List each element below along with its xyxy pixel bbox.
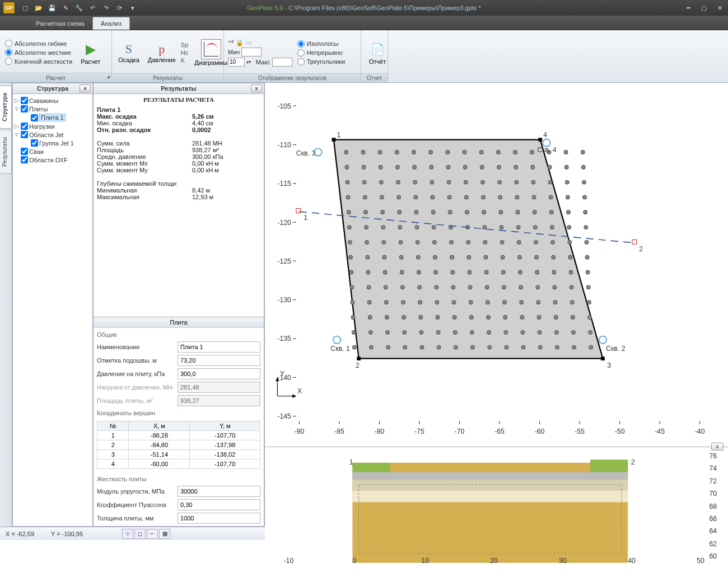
svg-point-47 [463, 151, 466, 154]
svg-text:Скв. 3: Скв. 3 [296, 149, 316, 157]
svg-point-236 [370, 345, 374, 349]
close-section-button[interactable]: x [711, 443, 724, 450]
coord-table[interactable]: №X, мY, м 1-88,28-107,702-84,80-137,983-… [97, 421, 260, 469]
radio-isopoly[interactable]: Изополосы [297, 40, 346, 48]
svg-rect-264 [538, 138, 542, 142]
snap1-button[interactable]: ⊹ [122, 529, 133, 539]
svg-point-130 [348, 241, 352, 245]
osadka-button[interactable]: SОсадка [115, 41, 143, 64]
svg-point-116 [365, 226, 368, 229]
minimize-button[interactable]: ━ [683, 4, 694, 12]
svg-point-44 [412, 151, 416, 154]
svg-point-104 [414, 210, 418, 214]
svg-point-181 [451, 285, 455, 289]
svg-text:Скв. 1: Скв. 1 [330, 345, 350, 353]
svg-point-189 [586, 285, 590, 289]
radio-cont[interactable]: Непрерывно [297, 49, 346, 57]
svg-point-196 [452, 301, 456, 304]
save-icon[interactable]: 💾 [48, 3, 57, 12]
svg-point-170 [519, 270, 522, 274]
svg-point-174 [586, 270, 590, 274]
snap4-button[interactable]: ▦ [159, 529, 170, 539]
svg-rect-282 [352, 491, 628, 502]
sidetab-struct[interactable]: Структура [0, 86, 12, 129]
snap3-button[interactable]: ⌐ [147, 529, 158, 539]
close-button[interactable]: ✕ [714, 4, 725, 12]
svg-point-158 [568, 255, 572, 259]
chevron-down-icon[interactable]: ▾ [128, 3, 137, 12]
zoom-in-icon[interactable]: ⁺⁰ [228, 39, 234, 46]
svg-point-117 [381, 226, 385, 229]
undo-icon[interactable]: ↶ [88, 3, 97, 12]
redo-icon[interactable]: ↷ [101, 3, 110, 12]
small-buttons[interactable]: SpНсK [181, 41, 188, 64]
svg-text:-85: -85 [334, 428, 344, 435]
spin-input[interactable] [228, 58, 245, 67]
svg-point-133 [399, 241, 403, 245]
e-input[interactable] [178, 486, 260, 497]
new-icon[interactable]: ▢ [21, 3, 30, 12]
snap2-button[interactable]: ◻ [134, 529, 146, 539]
svg-point-142 [551, 241, 555, 245]
calc-button[interactable]: ▶ Расчет [76, 39, 105, 66]
svg-text:2: 2 [356, 362, 360, 369]
svg-point-231 [538, 330, 542, 334]
svg-text:-130: -130 [277, 296, 291, 304]
press-input[interactable] [178, 368, 260, 379]
report-button[interactable]: 📄 Отчёт [364, 39, 391, 66]
radio-rigid[interactable]: Абсолютно жесткие [5, 49, 72, 56]
svg-point-54 [581, 151, 585, 154]
name-input[interactable] [178, 341, 260, 353]
clip-icon[interactable]: ▭ [246, 39, 251, 46]
svg-text:-45: -45 [655, 428, 665, 435]
max-input[interactable] [272, 58, 292, 67]
svg-point-198 [486, 301, 490, 304]
refresh-icon[interactable]: ⟳ [115, 3, 124, 12]
tree-plate1[interactable]: Плита 1 [39, 114, 66, 121]
section-view[interactable]: x 1 2 -1001020304050 767472706866646260 [265, 447, 728, 558]
radio-flexible[interactable]: Абсолютно гибкие [5, 40, 72, 47]
t-input[interactable] [178, 513, 260, 524]
svg-point-100 [347, 210, 351, 214]
nu-input[interactable] [178, 499, 260, 510]
min-input[interactable] [241, 48, 262, 57]
svg-point-215 [520, 316, 524, 320]
svg-point-119 [415, 226, 419, 229]
svg-point-223 [403, 330, 407, 334]
svg-point-82 [548, 180, 552, 184]
svg-point-89 [414, 195, 418, 199]
svg-point-115 [348, 226, 352, 229]
svg-point-86 [363, 195, 367, 199]
elev-input[interactable] [178, 355, 260, 366]
svg-point-185 [519, 285, 523, 289]
sidetab-results[interactable]: Результаты [0, 130, 12, 174]
area-input [178, 395, 260, 406]
tab-scheme[interactable]: Расчетная схема [28, 17, 92, 30]
svg-text:1: 1 [337, 131, 341, 139]
svg-text:4: 4 [543, 131, 547, 139]
lock-icon[interactable]: 🔒 [236, 39, 244, 46]
svg-point-186 [536, 285, 540, 289]
radio-tri[interactable]: Треугольники [297, 58, 346, 65]
svg-text:-105: -105 [277, 102, 291, 110]
svg-point-80 [515, 180, 519, 184]
plate-shape[interactable] [334, 140, 603, 359]
close-results-button[interactable]: x [251, 85, 262, 92]
pressure-button[interactable]: рДавление [144, 41, 179, 64]
plan-view[interactable]: -105-110-115-120-125-130-135-140-145 -90… [265, 83, 728, 447]
structure-tree[interactable]: ▷Скважины ▿Плиты Плита 1 ▷Нагрузки ▿Обла… [13, 94, 92, 166]
maximize-button[interactable]: ▢ [698, 4, 710, 12]
close-struct-button[interactable]: x [80, 85, 91, 92]
svg-point-123 [483, 226, 487, 229]
svg-point-194 [418, 301, 422, 304]
svg-point-169 [501, 270, 505, 274]
svg-point-211 [452, 316, 456, 320]
tools-icon[interactable]: 🔧 [74, 3, 83, 12]
svg-point-129 [584, 226, 588, 229]
svg-point-65 [514, 165, 518, 169]
open-icon[interactable]: 📂 [34, 3, 43, 12]
tab-analysis[interactable]: Анализ [92, 17, 130, 30]
edit-icon[interactable]: ✎ [61, 3, 70, 12]
radio-finite[interactable]: Конечной жесткости [5, 58, 72, 65]
svg-point-207 [385, 316, 389, 320]
